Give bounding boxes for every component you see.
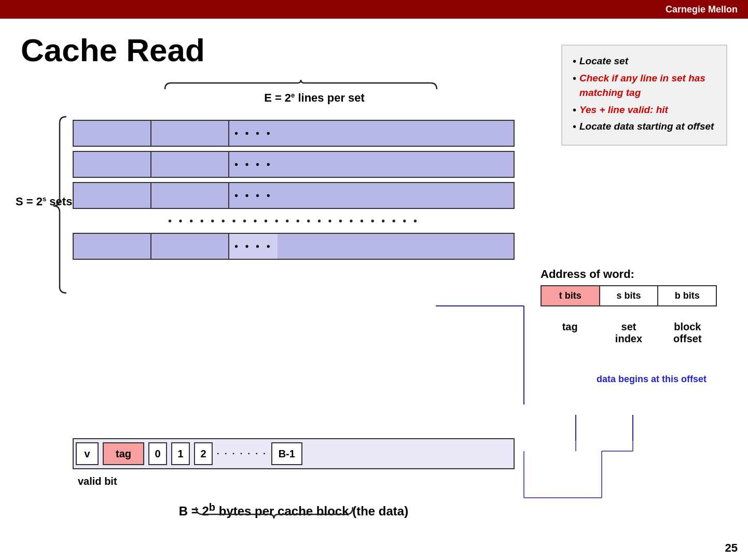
s-label: S = 2s sets	[16, 195, 72, 208]
b-label: B = 2b bytes per cache block (the data)	[73, 501, 515, 519]
num-1-cell: 1	[171, 442, 190, 465]
top-bar: Carnegie Mellon	[0, 0, 748, 19]
b1-cell: B-1	[271, 442, 302, 465]
addr-labels: tag setindex blockoffset	[541, 321, 717, 345]
t-bits-cell: t bits	[542, 286, 600, 305]
cache-cell-3-1	[74, 183, 151, 208]
cache-dots-1: • • • •	[229, 128, 278, 139]
set-label: setindex	[599, 321, 658, 345]
e-equation: E = 2e lines per set	[264, 91, 365, 104]
data-offset-label: data begins at this offset	[597, 374, 707, 385]
s-equation: S = 2s sets	[16, 195, 72, 208]
info-item-1: Locate set	[573, 54, 716, 69]
cache-row-4: • • • •	[73, 233, 515, 260]
info-item-1-text: Locate set	[579, 54, 628, 69]
cache-dots-3: • • • •	[229, 190, 278, 202]
cache-cell-4-1	[74, 234, 151, 259]
cache-rows: • • • • • • • • • • • • • • • • • • • • …	[73, 120, 515, 264]
detail-row: v tag 0 1 2 · · · · · · · B-1	[73, 438, 515, 469]
e-label: E = 2e lines per set	[119, 91, 509, 105]
cache-cell-4-2	[151, 234, 229, 259]
university-name: Carnegie Mellon	[666, 4, 738, 15]
diagram-area: E = 2e lines per set S = 2s sets • • • •…	[16, 91, 732, 529]
addr-table: t bits s bits b bits	[541, 285, 717, 306]
cache-dots-2: • • • •	[229, 159, 278, 171]
b-bits-cell: b bits	[658, 286, 716, 305]
cache-cell-2-2	[151, 152, 229, 177]
page-number: 25	[725, 541, 738, 555]
v-cell: v	[76, 442, 99, 465]
num-2-cell: 2	[194, 442, 213, 465]
tag-detail-cell: tag	[103, 442, 144, 465]
cache-cell-3-2	[151, 183, 229, 208]
detail-dots: · · · · · · ·	[217, 442, 267, 465]
block-label: blockoffset	[658, 321, 717, 345]
s-bits-cell: s bits	[600, 286, 659, 305]
dots-row: • • • • • • • • • • • • • • • • • • • • …	[73, 213, 515, 229]
cache-cell-2-1	[74, 152, 151, 177]
cache-cell-4-3	[278, 234, 514, 259]
num-0-cell: 0	[148, 442, 167, 465]
tag-label: tag	[541, 321, 599, 345]
cache-cell-1-1	[74, 121, 151, 146]
cache-row-3: • • • •	[73, 182, 515, 209]
addr-section: Address of word: t bits s bits b bits ta…	[541, 268, 717, 345]
bottom-detail-container: v tag 0 1 2 · · · · · · · B-1 valid bit	[73, 438, 515, 487]
cache-row-1: • • • •	[73, 120, 515, 147]
cache-cell-1-3	[278, 121, 514, 146]
main-content: Cache Read Locate set Check if any line …	[0, 19, 748, 560]
cache-dots-4: • • • •	[229, 241, 278, 253]
cache-row-2: • • • •	[73, 151, 515, 178]
addr-title: Address of word:	[541, 268, 717, 281]
cache-cell-3-3	[278, 183, 514, 208]
valid-bit-label: valid bit	[78, 475, 117, 487]
cache-cell-2-3	[278, 152, 514, 177]
cache-cell-1-2	[151, 121, 229, 146]
